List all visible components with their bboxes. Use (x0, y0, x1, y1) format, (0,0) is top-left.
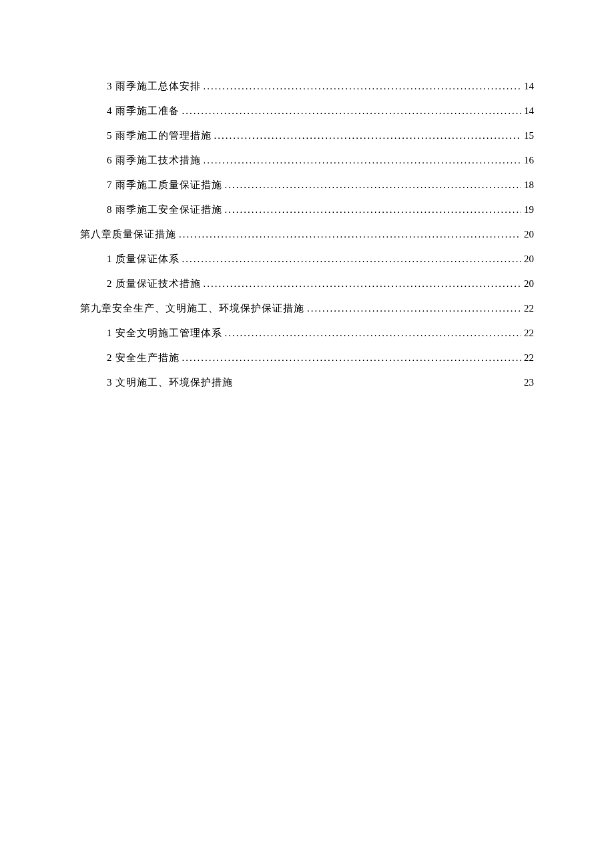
toc-entry: 3雨季施工总体安排14 (80, 80, 534, 93)
toc-leader-dots (182, 254, 522, 265)
toc-label: 2质量保证技术措施 (107, 278, 201, 290)
toc-text: 第八章质量保证措施 (80, 229, 176, 240)
toc-number: 4 (107, 105, 113, 116)
toc-leader-dots (182, 105, 522, 117)
toc-entry: 第九章安全生产、文明施工、环境保护保证措施22 (80, 302, 534, 315)
toc-leader-dots (182, 352, 522, 364)
toc-label: 8雨季施工安全保证措施 (107, 203, 222, 216)
toc-page-number: 20 (524, 278, 534, 290)
toc-page-number: 14 (524, 81, 534, 92)
toc-text: 安全文明施工管理体系 (115, 328, 222, 338)
toc-leader-dots (179, 229, 521, 240)
toc-text: 雨季施工安全保证措施 (115, 204, 222, 215)
toc-entry: 4雨季施工准备14 (80, 105, 534, 117)
toc-label: 第八章质量保证措施 (80, 228, 176, 241)
toc-label: 3文明施工、环境保护措施 (107, 376, 233, 389)
toc-leader-dots (225, 179, 522, 191)
toc-entry: 7雨季施工质量保证措施18 (80, 179, 534, 191)
toc-page-number: 16 (524, 155, 534, 166)
toc-label: 6雨季施工技术措施 (107, 154, 201, 167)
toc-text: 质量保证体系 (115, 254, 180, 264)
toc-number: 2 (107, 278, 113, 289)
toc-number: 5 (107, 130, 113, 141)
toc-number: 2 (107, 352, 113, 363)
toc-page-number: 18 (524, 179, 534, 191)
toc-page-number: 19 (524, 204, 534, 215)
toc-entry: 2质量保证技术措施20 (80, 278, 534, 290)
toc-text: 文明施工、环境保护措施 (115, 377, 233, 388)
toc-page-number: 14 (524, 105, 534, 117)
toc-entry: 5雨季施工的管理措施15 (80, 129, 534, 142)
toc-number: 1 (107, 254, 113, 264)
toc-number: 3 (107, 377, 113, 388)
toc-leader-dots (214, 130, 522, 141)
toc-leader-dots (307, 303, 521, 314)
toc-text: 雨季施工质量保证措施 (115, 179, 222, 190)
toc-label: 第九章安全生产、文明施工、环境保护保证措施 (80, 302, 304, 315)
toc-entry: 2安全生产措施22 (80, 352, 534, 364)
toc-leader-dots (225, 204, 522, 215)
toc-label: 4雨季施工准备 (107, 105, 180, 117)
toc-text: 安全生产措施 (115, 352, 180, 363)
toc-label: 1质量保证体系 (107, 253, 180, 266)
toc-label: 3雨季施工总体安排 (107, 80, 201, 93)
toc-leader-dots (204, 81, 522, 92)
toc-leader-dots (204, 155, 522, 166)
toc-text: 第九章安全生产、文明施工、环境保护保证措施 (80, 303, 304, 314)
toc-entry: 8雨季施工安全保证措施19 (80, 203, 534, 216)
toc-label: 7雨季施工质量保证措施 (107, 179, 222, 191)
toc-number: 6 (107, 155, 113, 165)
toc-number: 8 (107, 204, 113, 215)
toc-entry: 6雨季施工技术措施16 (80, 154, 534, 167)
toc-text: 雨季施工的管理措施 (115, 130, 212, 141)
toc-number: 7 (107, 179, 113, 190)
toc-page-number: 20 (524, 254, 534, 265)
toc-text: 质量保证技术措施 (115, 278, 201, 289)
toc-page-number: 23 (524, 377, 534, 388)
toc-entry: 3文明施工、环境保护措施23 (80, 376, 534, 389)
toc-entry: 1安全文明施工管理体系22 (80, 327, 534, 340)
toc-label: 5雨季施工的管理措施 (107, 129, 212, 142)
toc-number: 3 (107, 81, 113, 91)
toc-page-number: 22 (524, 328, 534, 339)
toc-entry: 第八章质量保证措施20 (80, 228, 534, 241)
toc-page-number: 22 (524, 352, 534, 364)
toc-page-number: 22 (524, 303, 534, 314)
toc-text: 雨季施工准备 (115, 105, 180, 116)
toc-page-number: 20 (524, 229, 534, 240)
toc-container: 3雨季施工总体安排144雨季施工准备145雨季施工的管理措施156雨季施工技术措… (80, 80, 534, 389)
toc-text: 雨季施工技术措施 (115, 155, 201, 165)
toc-text: 雨季施工总体安排 (115, 81, 201, 91)
toc-page-number: 15 (524, 130, 534, 141)
toc-leader-dots (204, 278, 522, 290)
toc-entry: 1质量保证体系20 (80, 253, 534, 266)
toc-number: 1 (107, 328, 113, 338)
toc-leader-dots (225, 328, 522, 339)
toc-label: 2安全生产措施 (107, 352, 180, 364)
toc-label: 1安全文明施工管理体系 (107, 327, 222, 340)
